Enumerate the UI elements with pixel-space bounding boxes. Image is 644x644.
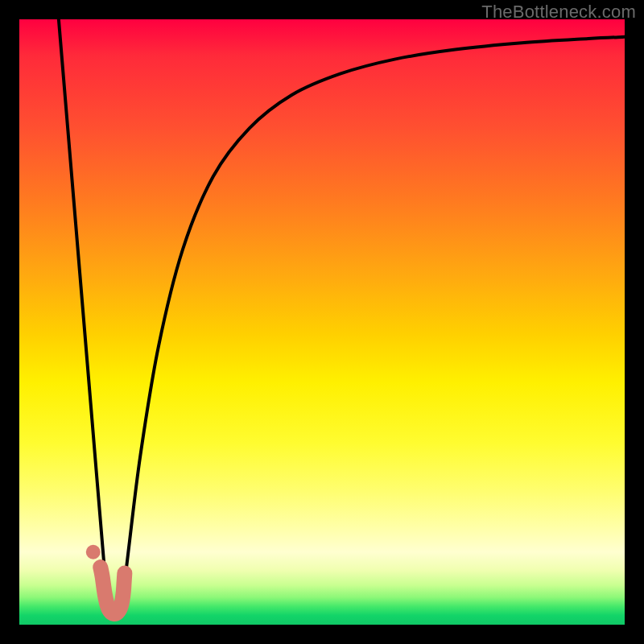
curve-layer [19, 19, 625, 625]
left-branch-line [59, 19, 109, 613]
j-marker-dot [86, 545, 101, 559]
right-branch-line [121, 37, 625, 613]
plot-area [19, 19, 625, 625]
j-marker-stroke [101, 568, 125, 614]
chart-frame: TheBottleneck.com [0, 0, 644, 644]
